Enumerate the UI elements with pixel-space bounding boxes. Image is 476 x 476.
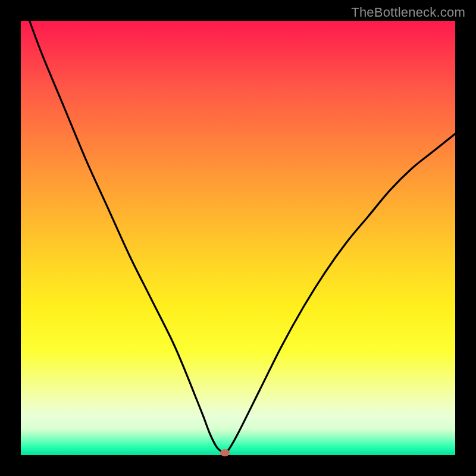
bottleneck-curve	[21, 21, 455, 455]
chart-frame: TheBottleneck.com	[0, 0, 476, 476]
watermark-text: TheBottleneck.com	[351, 5, 465, 20]
optimal-point-marker	[220, 449, 230, 456]
plot-area	[21, 21, 455, 455]
